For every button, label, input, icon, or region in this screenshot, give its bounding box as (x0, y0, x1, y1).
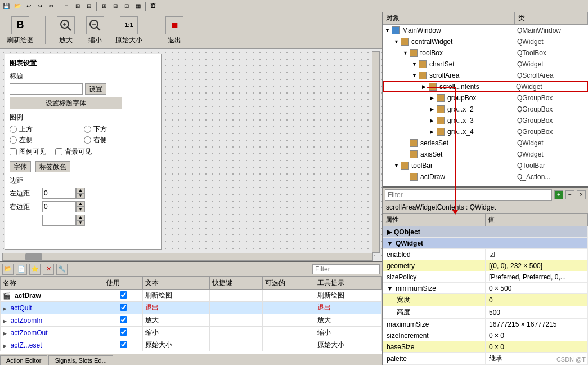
used-checkbox[interactable] (120, 328, 127, 336)
original-size-button[interactable]: 1:1 原始大小 (113, 15, 145, 46)
tree-expand-arrow[interactable]: ▶ (430, 95, 437, 101)
legend-label: 图例 (10, 113, 157, 122)
list2-icon[interactable]: ⊞ (73, 1, 83, 11)
cell-text: 放大 (143, 314, 210, 327)
left-margin-input[interactable] (42, 188, 76, 199)
cell-optional (262, 327, 315, 339)
set-button[interactable]: 设置 (85, 83, 106, 95)
left-margin-down[interactable]: ▼ (76, 193, 85, 199)
tree-expand-arrow[interactable]: ▼ (394, 163, 401, 168)
tree-node-name: gro...x_2 (446, 105, 515, 113)
right-margin-up[interactable]: ▲ (76, 201, 85, 207)
tree-row[interactable]: ▼toolBoxQToolBox (383, 47, 588, 59)
set-font-button[interactable]: 设置标题字体 (10, 97, 122, 109)
refresh-label: 刷新绘图 (7, 35, 34, 45)
h-scrollbar[interactable] (2, 253, 373, 261)
tree-expand-arrow[interactable]: ▶ (430, 106, 437, 112)
color-button[interactable]: 标签颜色 (35, 161, 70, 172)
redo-icon[interactable]: ↪ (35, 1, 45, 11)
used-checkbox[interactable] (120, 316, 127, 323)
used-checkbox[interactable] (120, 291, 127, 299)
tree-row[interactable]: ▶groupBoxQGroupBox (383, 92, 588, 104)
signals-slots-tab[interactable]: Signals, Slots Ed... (48, 355, 113, 365)
refresh-button[interactable]: B 刷新绘图 (5, 15, 36, 46)
col-used: 使用 (104, 277, 143, 290)
font-button[interactable]: 字体 (10, 161, 31, 172)
action-editor-tab[interactable]: Action Editor (0, 355, 47, 365)
tree-row[interactable]: ▶gro...x_3QGroupBox (383, 115, 588, 126)
tree-row[interactable]: ▼scrollAreaQScrollArea (383, 70, 588, 81)
tree-row[interactable]: axisSetQWidget (383, 149, 588, 160)
tree-expand-arrow[interactable]: ▼ (403, 50, 410, 56)
star-icon[interactable]: ⭐ (29, 264, 41, 275)
tree-node-class: QMainWindow (515, 26, 588, 34)
cell-name: ▶ actQuit (1, 302, 104, 314)
grid2-icon[interactable]: ⊟ (110, 1, 120, 11)
tree-row[interactable]: seriesSetQWidget (383, 137, 588, 149)
used-checkbox[interactable] (120, 341, 127, 348)
tree-row[interactable]: ▼toolBarQToolBar (383, 160, 588, 171)
used-checkbox[interactable] (120, 304, 127, 311)
tree-row[interactable]: actDrawQ_Action... (383, 171, 588, 182)
title-input[interactable] (10, 83, 83, 95)
bg-visible-check[interactable] (55, 148, 62, 155)
right-margin-input[interactable] (42, 201, 76, 212)
tree-expand-arrow[interactable]: ▶ (430, 129, 437, 135)
image-icon[interactable]: 🖼 (148, 1, 158, 11)
zoom-out-button[interactable]: 缩小 (84, 15, 106, 46)
prop-value: [Preferred, Preferred, 0,... (486, 271, 588, 283)
zoom-in-button[interactable]: 放大 (55, 15, 77, 46)
extra-margin-down[interactable]: ▼ (76, 220, 85, 226)
legend-visible-check[interactable] (10, 148, 17, 155)
open-folder-icon[interactable]: 📂 (2, 264, 14, 275)
prop-add-btn[interactable]: + (554, 190, 563, 199)
quit-button[interactable]: ⏹ 退出 (163, 15, 186, 46)
grid1-icon[interactable]: ⊞ (99, 1, 109, 11)
tree-expand-arrow[interactable]: ▶ (430, 118, 437, 123)
tree-row[interactable]: ▼MainWindowQMainWindow (383, 25, 588, 36)
prop-row: enabled☑ (383, 249, 588, 260)
tree-row[interactable]: ▼centralWidgetQWidget (383, 36, 588, 47)
new-file-icon[interactable]: 📄 (16, 264, 27, 275)
delete-icon[interactable]: ✕ (43, 264, 54, 275)
margin-label: 边距 (10, 176, 157, 185)
legend-bottom-radio[interactable] (84, 126, 91, 133)
extra-margin-input[interactable] (42, 215, 76, 226)
grid4-icon[interactable]: ▦ (133, 1, 143, 11)
left-margin-up[interactable]: ▲ (76, 188, 85, 193)
cut-icon[interactable]: ✂ (46, 1, 56, 11)
tree-row[interactable]: ▶gro...x_2QGroupBox (383, 104, 588, 115)
tree-expand-arrow[interactable]: ▼ (385, 28, 392, 33)
undo-icon[interactable]: ↩ (24, 1, 34, 11)
legend-bottom-label: 下方 (93, 124, 107, 134)
tree-node-name: gro...x_3 (446, 117, 515, 124)
legend-left-radio[interactable] (10, 136, 17, 144)
legend-right-radio[interactable] (84, 136, 91, 144)
open-icon[interactable]: 📂 (12, 1, 23, 11)
prop-filter-input[interactable] (385, 189, 552, 201)
filter-input-field[interactable] (312, 264, 380, 274)
extra-margin-up[interactable]: ▲ (76, 215, 85, 220)
list1-icon[interactable]: ≡ (61, 1, 71, 11)
config-icon[interactable]: 🔧 (56, 264, 68, 275)
legend-top-radio[interactable] (10, 126, 17, 133)
tree-row[interactable]: ▼chartSetQWidget (383, 59, 588, 70)
v-scrollbar[interactable] (372, 51, 380, 253)
tree-expand-arrow[interactable]: ▼ (412, 73, 419, 78)
tree-expand-arrow[interactable]: ▼ (394, 39, 401, 44)
save-icon[interactable]: 💾 (1, 1, 11, 11)
tree-row[interactable]: ▶scroll...ntentsQWidget (383, 81, 588, 92)
grid3-icon[interactable]: ⊡ (122, 1, 132, 11)
prop-minus-btn[interactable]: − (565, 190, 574, 199)
title-label: 标题 (10, 72, 157, 81)
right-margin-down[interactable]: ▼ (76, 207, 85, 212)
tree-expand-arrow[interactable]: ▶ (422, 84, 429, 90)
prop-filter: + − × (383, 188, 588, 202)
prop-close-btn[interactable]: × (577, 190, 586, 199)
cell-tooltip: 退出 (315, 302, 382, 314)
tree-node-icon (410, 150, 418, 158)
zoom-in-label: 放大 (59, 35, 73, 45)
tree-expand-arrow[interactable]: ▼ (412, 61, 419, 67)
list3-icon[interactable]: ⊟ (84, 1, 94, 11)
tree-row[interactable]: ▶gro...x_4QGroupBox (383, 126, 588, 137)
